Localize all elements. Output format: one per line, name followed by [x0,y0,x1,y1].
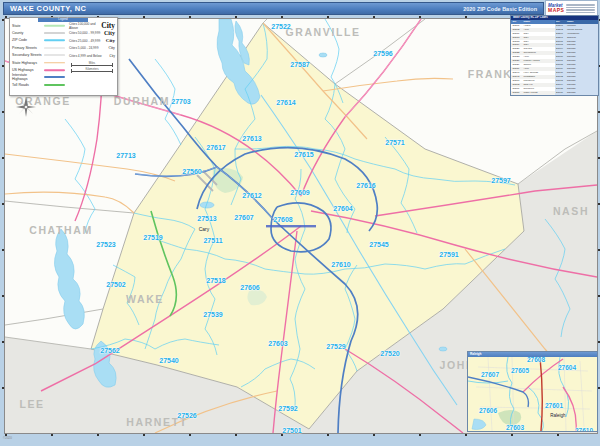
zip-table-body: 27501Angier27591Wendell27502Apex27592Wil… [511,24,598,95]
legend-city-class: Cities 5,000 - 24,999City [69,45,115,53]
raleigh-inset-map: Raleigh 27607276052760827604276012760627… [467,351,598,432]
inset-map-body: 2760727605276082760427601276062760327610… [468,357,597,431]
zip-table-row: 27587Wake Forest27616Raleigh [511,91,598,95]
logo-maps-text: MAPS [548,8,564,13]
legend-item-primary-streets: Primary Streets [12,44,69,51]
legend-city-classes: Cities 100,000 and AboveCityCities 50,00… [69,22,115,89]
edition-label: 2020 ZIP Code Basic Edition [463,6,537,12]
legend-city-class: Cities 50,000 - 99,999City [69,30,115,38]
copyright-note: ©2020 [3,436,12,440]
logo-wordmark: Market MAPS [548,4,564,14]
legend-item-state-highways: State Highways [12,59,69,66]
legend-city-class: Cities 4,999 and BelowCity [69,52,115,60]
legend-panel: Legend StateCountyZIP CodePrimary Street… [9,17,118,96]
inset-map-graphic [468,357,597,431]
legend-item-secondary-streets: Secondary Streets [12,52,69,59]
zip-index-table: Wake County, NC ZIP Codes ZIPNameZIPName… [510,15,599,96]
legend-line-items: StateCountyZIP CodePrimary StreetsSecond… [12,22,69,89]
legend-title: Legend [38,18,88,22]
marketmaps-zip-map-page: { "palette":{ "page_bg":"#b9d1e6","heade… [0,0,600,446]
map-ticks-bottom [5,434,597,436]
legend-item-county: County [12,29,69,36]
scale-bar-kilometers: Kilometers [69,68,115,74]
map-ticks-left [2,19,4,433]
legend-city-class: Cities 100,000 and AboveCity [69,22,115,30]
logo-fineprint [566,4,595,13]
legend-item-interstate-highways: Interstate Highways [12,74,69,81]
map-canvas: N ORANGEDURHAMGRANVILLEFRANKLINNASHCHATH… [4,18,598,434]
legend-item-zip-code: ZIP Code [12,37,69,44]
title-bar: WAKE COUNTY, NC 2020 ZIP Code Basic Edit… [3,2,544,15]
legend-item-state: State [12,22,69,29]
legend-item-toll-roads: Toll Roads [12,81,69,88]
legend-scale-bars: MilesKilometers [69,62,115,74]
map-title: WAKE COUNTY, NC [10,4,86,13]
legend-city-class: Cities 25,000 - 49,999City [69,37,115,45]
